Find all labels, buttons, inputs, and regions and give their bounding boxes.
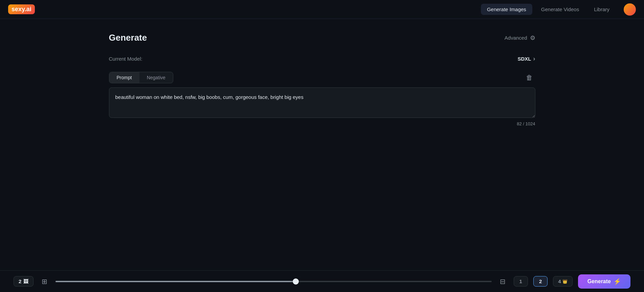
avatar[interactable] <box>624 3 636 16</box>
page-header: Generate Advanced ⚙ <box>109 33 535 43</box>
model-row: Current Model: SDXL › <box>109 55 535 62</box>
grid-small-icon: ⊞ <box>42 278 47 285</box>
slider-fill <box>55 281 295 282</box>
generate-button[interactable]: Generate ⚡ <box>578 274 630 289</box>
slider-track <box>55 281 491 282</box>
advanced-label: Advanced <box>505 35 527 41</box>
page-title: Generate <box>109 33 147 43</box>
generate-videos-nav-btn[interactable]: Generate Videos <box>535 4 585 15</box>
tabs-row: Prompt Negative 🗑 <box>109 72 535 83</box>
slider-thumb[interactable] <box>293 278 299 285</box>
count-4-button[interactable]: 4 👑 <box>553 276 572 287</box>
grid-large-icon: ⊟ <box>500 278 506 285</box>
slider-container <box>55 281 491 282</box>
prompt-tabs: Prompt Negative <box>109 72 173 83</box>
model-value-text: SDXL <box>517 56 531 62</box>
prompt-tab[interactable]: Prompt <box>109 72 139 83</box>
chevron-right-icon: › <box>533 55 535 62</box>
advanced-button[interactable]: Advanced ⚙ <box>505 34 535 42</box>
nav-links: Generate Images Generate Videos Library <box>481 3 636 16</box>
char-count: 82 / 1024 <box>109 121 535 126</box>
count-2-button[interactable]: 2 <box>533 276 548 287</box>
negative-tab[interactable]: Negative <box>139 72 173 83</box>
model-label: Current Model: <box>109 56 142 62</box>
logo-text: sexy.ai <box>8 4 35 14</box>
grid-small-icon-btn[interactable]: ⊞ <box>39 276 50 287</box>
model-selector[interactable]: SDXL › <box>517 55 535 62</box>
crown-icon: 👑 <box>562 279 568 284</box>
top-navigation: sexy.ai Generate Images Generate Videos … <box>0 0 644 19</box>
settings-icon: ⚙ <box>530 34 535 42</box>
image-icon: 🖼 <box>23 278 28 284</box>
generate-label: Generate <box>587 278 611 285</box>
prompt-textarea[interactable] <box>109 87 535 118</box>
generate-images-nav-btn[interactable]: Generate Images <box>481 4 532 15</box>
count-1-button[interactable]: 1 <box>514 276 528 287</box>
image-count-value: 2 <box>19 278 21 284</box>
bottom-bar: 2 🖼 ⊞ ⊟ 1 2 4 👑 Generate ⚡ <box>0 270 644 292</box>
main-content: Generate Advanced ⚙ Current Model: SDXL … <box>95 19 549 126</box>
zap-icon: ⚡ <box>614 278 621 285</box>
logo[interactable]: sexy.ai <box>8 4 35 14</box>
library-nav-btn[interactable]: Library <box>588 4 616 15</box>
grid-large-icon-btn[interactable]: ⊟ <box>497 276 508 287</box>
delete-prompt-button[interactable]: 🗑 <box>523 72 535 83</box>
count-4-value: 4 <box>558 278 561 284</box>
image-count-badge[interactable]: 2 🖼 <box>14 276 34 287</box>
